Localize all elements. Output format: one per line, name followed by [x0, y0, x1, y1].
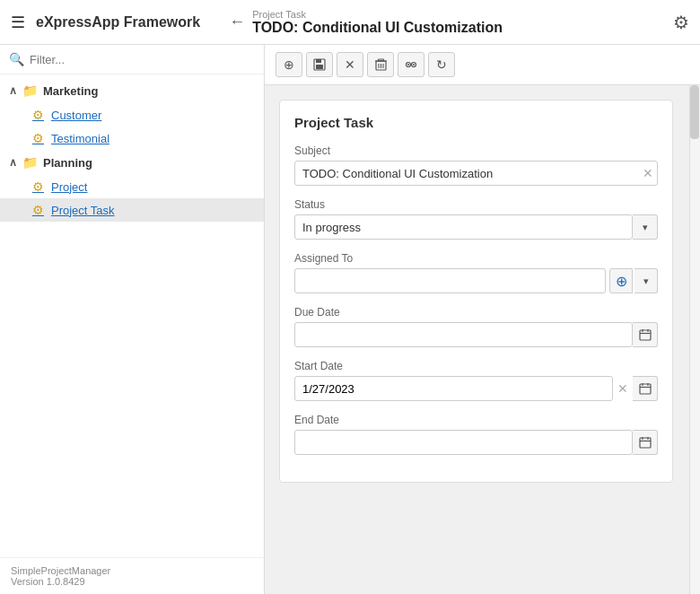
- app-title: eXpressApp Framework: [36, 14, 200, 31]
- scrollbar-track: [689, 85, 700, 594]
- status-label: Status: [294, 198, 658, 211]
- status-select[interactable]: In progress Not Started Completed Deferr…: [294, 214, 633, 240]
- sidebar-item-customer[interactable]: ⚙ Customer: [0, 103, 264, 127]
- status-input-row: In progress Not Started Completed Deferr…: [294, 214, 658, 240]
- subject-input-row: ✕: [294, 161, 658, 186]
- main-layout: 🔍 ∧ 📁 Marketing ⚙ Customer ⚙ Testimonial: [0, 45, 700, 594]
- sidebar-item-label-project: Project: [51, 180, 87, 194]
- sidebar-item-label-customer: Customer: [51, 109, 101, 122]
- start-date-clear-button[interactable]: ✕: [613, 376, 633, 401]
- gear-project-task-icon: ⚙: [32, 203, 44, 217]
- chevron-marketing-icon: ∧: [9, 84, 17, 97]
- top-header: ☰ eXpressApp Framework ← Project Task TO…: [0, 0, 700, 45]
- svg-rect-2: [316, 65, 323, 69]
- sidebar-item-label-project-task: Project Task: [51, 204, 115, 217]
- start-date-input[interactable]: [294, 376, 613, 401]
- tree-group-header-planning[interactable]: ∧ 📁 Planning: [0, 150, 264, 175]
- svg-rect-8: [378, 59, 383, 61]
- header-middle: ← Project Task TODO: Conditional UI Cust…: [211, 9, 662, 36]
- start-date-label: Start Date: [294, 360, 658, 372]
- back-arrow-icon[interactable]: ←: [229, 13, 245, 31]
- settings-gear-icon[interactable]: ⚙: [673, 12, 689, 33]
- svg-rect-18: [640, 384, 651, 394]
- form-content: Project Task Subject ✕ Status I: [265, 85, 700, 594]
- chevron-planning-icon: ∧: [9, 156, 17, 169]
- search-icon: 🔍: [9, 52, 24, 66]
- sidebar-item-project-task[interactable]: ⚙ Project Task: [0, 198, 264, 222]
- folder-planning-icon: 📁: [22, 155, 38, 170]
- folder-marketing-icon: 📁: [22, 83, 38, 98]
- due-date-input[interactable]: [294, 322, 633, 347]
- start-date-calendar-button[interactable]: [633, 376, 658, 401]
- cancel-button[interactable]: ✕: [337, 52, 363, 77]
- sidebar: 🔍 ∧ 📁 Marketing ⚙ Customer ⚙ Testimonial: [0, 45, 265, 594]
- gear-project-icon: ⚙: [32, 179, 44, 194]
- link-button[interactable]: [398, 52, 424, 77]
- start-date-buttons: ✕: [613, 376, 658, 401]
- end-date-input-row: [294, 430, 658, 455]
- tree-group-header-marketing[interactable]: ∧ 📁 Marketing: [0, 78, 264, 103]
- hamburger-menu-icon[interactable]: ☰: [11, 13, 25, 32]
- due-date-field: Due Date: [294, 306, 658, 347]
- form-card: Project Task Subject ✕ Status I: [279, 100, 673, 483]
- assigned-add-button[interactable]: ⊕: [609, 268, 633, 293]
- form-card-title: Project Task: [294, 115, 658, 130]
- save-button[interactable]: [306, 52, 333, 77]
- tree-group-planning: ∧ 📁 Planning ⚙ Project ⚙ Project Task: [0, 150, 264, 222]
- end-date-calendar-button[interactable]: [633, 430, 658, 455]
- sidebar-search-container: 🔍: [0, 45, 264, 74]
- sidebar-item-project[interactable]: ⚙ Project: [0, 175, 264, 198]
- svg-point-12: [407, 64, 409, 66]
- start-date-input-row: ✕: [294, 376, 658, 401]
- toolbar: ⊕ ✕: [265, 45, 700, 85]
- end-date-label: End Date: [294, 414, 658, 426]
- search-input[interactable]: [30, 53, 255, 66]
- svg-rect-1: [316, 59, 321, 63]
- assigned-input-row: ⊕ ▾: [294, 268, 658, 293]
- new-button[interactable]: ⊕: [276, 52, 302, 77]
- svg-rect-22: [640, 438, 651, 448]
- start-date-field: Start Date ✕: [294, 360, 658, 401]
- sidebar-tree: ∧ 📁 Marketing ⚙ Customer ⚙ Testimonial ∧…: [0, 74, 264, 557]
- header-nav: Project Task TODO: Conditional UI Custom…: [252, 9, 503, 36]
- gear-customer-icon: ⚙: [32, 108, 44, 122]
- header-nav-title: TODO: Conditional UI Customization: [252, 20, 503, 36]
- subject-field: Subject ✕: [294, 144, 658, 186]
- svg-rect-14: [640, 330, 651, 340]
- assigned-to-input[interactable]: [294, 268, 606, 293]
- assigned-to-field: Assigned To ⊕ ▾: [294, 252, 658, 293]
- content-area: ⊕ ✕: [265, 45, 700, 594]
- tree-group-label-planning: Planning: [43, 156, 92, 170]
- assigned-to-label: Assigned To: [294, 252, 658, 265]
- end-date-field: End Date: [294, 414, 658, 455]
- sidebar-item-label-testimonial: Testimonial: [51, 132, 109, 145]
- end-date-input[interactable]: [294, 430, 633, 455]
- assigned-dropdown-button[interactable]: ▾: [634, 268, 658, 293]
- due-date-input-row: [294, 322, 658, 347]
- subject-clear-button[interactable]: ✕: [638, 161, 658, 186]
- subject-label: Subject: [294, 144, 658, 157]
- scrollbar-thumb[interactable]: [690, 85, 699, 139]
- delete-button[interactable]: [367, 52, 394, 77]
- due-date-label: Due Date: [294, 306, 658, 319]
- end-date-buttons: [633, 430, 658, 455]
- sidebar-item-testimonial[interactable]: ⚙ Testimonial: [0, 127, 264, 150]
- footer-version: Version 1.0.8429: [11, 576, 253, 587]
- status-select-wrapper: In progress Not Started Completed Deferr…: [294, 214, 633, 240]
- due-date-buttons: [633, 322, 658, 347]
- tree-group-marketing: ∧ 📁 Marketing ⚙ Customer ⚙ Testimonial: [0, 78, 264, 150]
- subject-input[interactable]: [294, 161, 658, 186]
- refresh-button[interactable]: ↻: [428, 52, 455, 77]
- header-nav-sub: Project Task: [252, 9, 503, 20]
- footer-app-name: SimpleProjectManager: [11, 565, 253, 576]
- due-date-calendar-button[interactable]: [633, 322, 658, 347]
- status-dropdown-button[interactable]: ▾: [633, 214, 658, 240]
- svg-point-13: [413, 64, 415, 66]
- status-field: Status In progress Not Started Completed…: [294, 198, 658, 240]
- gear-testimonial-icon: ⚙: [32, 131, 44, 145]
- sidebar-footer: SimpleProjectManager Version 1.0.8429: [0, 557, 264, 594]
- tree-group-label-marketing: Marketing: [43, 84, 98, 98]
